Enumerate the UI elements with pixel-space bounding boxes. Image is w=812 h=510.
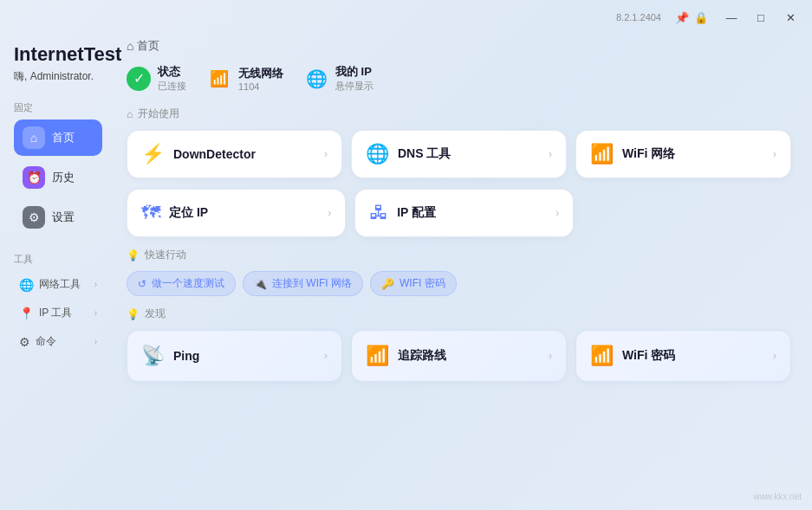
tool-network-label: 网络工具 <box>39 277 81 292</box>
status-connected-text: 状态 已连接 <box>158 64 186 93</box>
connect-wifi-label: 连接到 WIFI 网络 <box>272 276 352 291</box>
quick-actions-bar: ↺ 做一个速度测试 🔌 连接到 WIFI 网络 🔑 WIFI 密码 <box>127 271 791 296</box>
tool-item-command[interactable]: ⚙ 命令 › <box>14 328 102 355</box>
wifi-password-icon: 📶 <box>590 345 614 367</box>
titlebar: 8.2.1.2404 📌 🔒 — □ ✕ <box>0 0 812 35</box>
quick-heading-icon: 💡 <box>127 249 140 261</box>
status-myip-text: 我的 IP 悬停显示 <box>335 64 374 93</box>
card-locate-ip[interactable]: 🗺 定位 IP › <box>127 189 346 237</box>
tool-cards-grid-2: 🗺 定位 IP › 🖧 IP 配置 › <box>127 189 574 237</box>
main-content: ⌂ 首页 ✓ 状态 已连接 📶 无线网络 1104 🌐 <box>113 0 812 510</box>
tool-ip-label: IP 工具 <box>39 306 72 320</box>
card-chevron-icon-3: › <box>773 148 776 160</box>
status-item-myip: 🌐 我的 IP 悬停显示 <box>304 64 374 93</box>
wifi-status-icon: 📶 <box>207 67 231 91</box>
history-nav-icon: ⏰ <box>23 166 45 189</box>
card-wifi-password[interactable]: 📶 WiFi 密码 › <box>575 330 791 382</box>
version-label: 8.2.1.2404 <box>616 12 661 23</box>
card-dns[interactable]: 🌐 DNS 工具 › <box>351 130 567 178</box>
card-chevron-icon-8: › <box>773 350 776 362</box>
status-item-wifi: 📶 无线网络 1104 <box>207 66 283 92</box>
sidebar-item-history[interactable]: ⏰ 历史 <box>14 159 102 196</box>
card-wifi-password-label: WiFi 密码 <box>622 348 764 364</box>
card-downdetector-label: DownDetector <box>173 147 315 161</box>
quick-speed-test[interactable]: ↺ 做一个速度测试 <box>127 271 236 296</box>
dns-icon: 🌐 <box>366 143 389 165</box>
card-ping-label: Ping <box>173 349 315 363</box>
wifi-sub-label: 1104 <box>238 81 283 92</box>
downdetector-icon: ⚡ <box>141 143 165 165</box>
wifi-pwd-label: WIFI 密码 <box>400 276 445 291</box>
sidebar-item-home-label: 首页 <box>52 130 75 145</box>
wifi-main-label: 无线网络 <box>238 66 283 81</box>
status-check-icon: ✓ <box>127 67 151 91</box>
quick-heading: 💡 快速行动 <box>127 248 791 262</box>
app-title: InternetTest <box>14 43 102 66</box>
maximize-button[interactable]: □ <box>746 5 776 29</box>
home-nav-icon: ⌂ <box>23 126 45 149</box>
sidebar-item-home[interactable]: ⌂ 首页 <box>14 119 102 156</box>
card-wifi-network[interactable]: 📶 WiFi 网络 › <box>575 130 791 178</box>
minimize-button[interactable]: — <box>717 5 746 29</box>
quick-wifi-password[interactable]: 🔑 WIFI 密码 <box>370 271 457 296</box>
chevron-down-icon-3: › <box>94 337 97 346</box>
card-wifi-network-label: WiFi 网络 <box>622 146 764 162</box>
ip-tool-icon: 📍 <box>19 307 34 320</box>
close-button[interactable]: ✕ <box>776 5 805 29</box>
card-ip-config-label: IP 配置 <box>397 205 547 221</box>
chevron-down-icon-2: › <box>94 308 97 318</box>
myip-sub-label: 悬停显示 <box>335 80 374 93</box>
discover-heading: 💡 发现 <box>127 307 791 321</box>
status-bar: ✓ 状态 已连接 📶 无线网络 1104 🌐 我的 IP 悬停显示 <box>127 64 791 93</box>
card-dns-label: DNS 工具 <box>398 146 540 162</box>
breadcrumb: ⌂ 首页 <box>127 38 791 54</box>
tool-item-ip[interactable]: 📍 IP 工具 › <box>14 300 102 326</box>
traceroute-icon: 📶 <box>366 345 389 367</box>
tool-command-label: 命令 <box>36 334 56 349</box>
status-sub-label: 已连接 <box>158 80 186 93</box>
card-ping[interactable]: 📡 Ping › <box>127 330 342 382</box>
card-chevron-icon-6: › <box>324 350 328 362</box>
card-downdetector[interactable]: ⚡ DownDetector › <box>127 130 342 178</box>
chevron-down-icon: › <box>94 280 97 289</box>
connect-wifi-icon: 🔌 <box>254 278 267 290</box>
speed-test-icon: ↺ <box>138 278 146 290</box>
network-tool-icon: 🌐 <box>19 278 34 292</box>
start-heading-label: 开始使用 <box>138 107 179 121</box>
card-chevron-icon-5: › <box>555 207 559 219</box>
discover-heading-icon: 💡 <box>127 308 140 320</box>
start-heading-icon: ⌂ <box>127 108 133 120</box>
breadcrumb-label: 首页 <box>137 38 159 54</box>
tool-item-network[interactable]: 🌐 网络工具 › <box>14 271 102 298</box>
ip-config-icon: 🖧 <box>369 202 388 224</box>
tool-cards-grid: ⚡ DownDetector › 🌐 DNS 工具 › 📶 WiFi 网络 › <box>127 130 791 178</box>
sidebar-item-settings[interactable]: ⚙ 设置 <box>14 199 102 236</box>
pin-icon[interactable]: 📌 <box>675 11 689 24</box>
tools-label: 工具 <box>14 253 102 266</box>
card-chevron-icon: › <box>324 148 328 160</box>
sidebar-item-settings-label: 设置 <box>52 210 75 225</box>
status-main-label: 状态 <box>158 64 186 80</box>
card-chevron-icon-2: › <box>549 148 552 160</box>
quick-connect-wifi[interactable]: 🔌 连接到 WIFI 网络 <box>243 271 363 296</box>
discover-cards-grid: 📡 Ping › 📶 追踪路线 › 📶 WiFi 密码 › <box>127 330 791 382</box>
sidebar-item-history-label: 历史 <box>52 170 75 185</box>
status-wifi-text: 无线网络 1104 <box>238 66 283 92</box>
app-container: InternetTest 嗨, Administrator. 固定 ⌂ 首页 ⏰… <box>0 0 812 510</box>
globe-status-icon: 🌐 <box>304 67 328 91</box>
wifi-pwd-icon: 🔑 <box>381 278 394 290</box>
watermark: www.kkx.net <box>753 492 802 501</box>
start-heading: ⌂ 开始使用 <box>127 107 791 121</box>
card-ip-config[interactable]: 🖧 IP 配置 › <box>354 189 574 237</box>
discover-heading-label: 发现 <box>145 307 166 321</box>
pinned-label: 固定 <box>14 101 102 114</box>
status-item-connected: ✓ 状态 已连接 <box>127 64 186 93</box>
breadcrumb-home-icon: ⌂ <box>127 39 133 53</box>
speed-test-label: 做一个速度测试 <box>152 276 224 291</box>
myip-main-label: 我的 IP <box>335 64 374 80</box>
wifi-network-icon: 📶 <box>590 143 614 165</box>
ping-icon: 📡 <box>141 345 165 367</box>
command-tool-icon: ⚙ <box>19 335 30 349</box>
card-traceroute[interactable]: 📶 追踪路线 › <box>351 330 567 382</box>
card-locate-ip-label: 定位 IP <box>169 205 319 221</box>
